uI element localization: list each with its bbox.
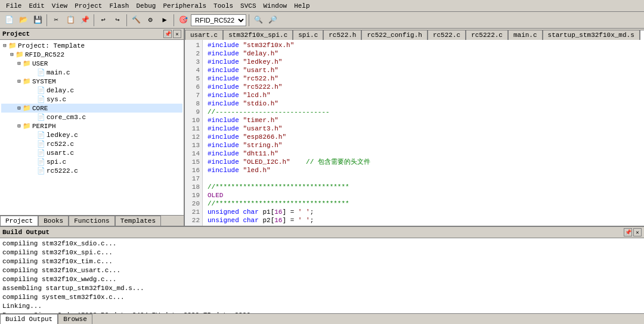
build-tab-browse[interactable]: Browse: [58, 314, 92, 324]
toolbar-sep5: [249, 14, 249, 26]
menu-flash[interactable]: Flash: [106, 1, 132, 11]
work-area: Project 📌 ✕ ⊟ 📁 Project: Template ⊟ 📁: [0, 29, 644, 226]
toolbar-paste[interactable]: 📌: [78, 14, 91, 27]
tree-user-folder[interactable]: ⊟ 📁 USER: [1, 59, 182, 68]
tree-rc522-c[interactable]: 📄 rc522.c: [1, 139, 182, 148]
tree-rc5222-c[interactable]: 📄 rc5222.c: [1, 166, 182, 175]
tree-spi-c[interactable]: 📄 spi.c: [1, 157, 182, 166]
toolbar-rebuild[interactable]: ⚙: [144, 14, 157, 27]
panel-pin-btn[interactable]: 📌: [163, 30, 172, 38]
main-container: Project 📌 ✕ ⊟ 📁 Project: Template ⊟ 📁: [0, 29, 644, 324]
menu-project[interactable]: Project: [71, 1, 106, 11]
file-tab-stm32f10x-spi-c[interactable]: stm32f10x_spi.c: [223, 30, 293, 40]
tree-label: Project: Template: [18, 42, 85, 49]
tab-books[interactable]: Books: [38, 216, 69, 226]
tree-project-root[interactable]: ⊟ 📁 Project: Template: [1, 41, 182, 50]
file-tab-rc522-c[interactable]: rc522.c: [428, 30, 466, 40]
file-tab-startup[interactable]: startup_stm32f10x_md.s: [543, 30, 640, 40]
tab-label: rc522.c: [433, 32, 460, 39]
build-line-3: compiling stm32f10x_tim.c...: [2, 257, 642, 266]
toolbar-redo[interactable]: ↪: [111, 14, 124, 27]
build-tabs: Build Output Browse: [0, 313, 644, 324]
toolbar-target-options[interactable]: 🎯: [177, 14, 190, 27]
tab-label: spi.c: [298, 32, 318, 39]
menu-edit[interactable]: Edit: [25, 1, 48, 11]
expand-icon[interactable]: ⊟: [16, 60, 23, 67]
build-output-label: Build Output: [2, 229, 49, 236]
menu-help[interactable]: Help: [290, 1, 313, 11]
tree-main-c[interactable]: 📄 main.c: [1, 68, 182, 77]
file-tab-codetab-h[interactable]: codetab.h ✕: [640, 30, 644, 40]
tree-periph-folder[interactable]: ⊟ 📁 PERIPH: [1, 122, 182, 130]
build-line-2: compiling stm32f10x_spi.c...: [2, 248, 642, 257]
build-panel-buttons: 📌 ✕: [624, 228, 642, 236]
tree-label: delay.c: [47, 87, 74, 94]
file-tab-main-c[interactable]: main.c: [508, 30, 543, 40]
expand-icon[interactable]: ⊟: [16, 105, 23, 111]
menu-file[interactable]: File: [2, 1, 25, 11]
file-icon: 📄: [37, 95, 45, 103]
menu-peripherals[interactable]: Peripherals: [159, 1, 210, 11]
folder-icon: 📁: [16, 51, 24, 58]
tab-templates[interactable]: Templates: [115, 216, 161, 226]
tree-sys-c[interactable]: 📄 sys.c: [1, 95, 182, 104]
tree-ledkey-c[interactable]: 📄 ledkey.c: [1, 130, 182, 139]
toolbar-sep1: [47, 14, 47, 26]
left-panel: Project 📌 ✕ ⊟ 📁 Project: Template ⊟ 📁: [0, 29, 185, 226]
code-editor[interactable]: 12345 678910 1112131415 1617181920 21222…: [185, 40, 644, 226]
file-tab-usart-c[interactable]: usart.c: [185, 30, 223, 40]
tree-core-cm3-c[interactable]: 📄 core_cm3.c: [1, 113, 182, 122]
expand-icon[interactable]: ⊟: [8, 51, 16, 58]
build-pin-btn[interactable]: 📌: [624, 228, 632, 236]
tree-core-folder[interactable]: ⊟ 📁 CORE: [1, 104, 182, 113]
menu-view[interactable]: View: [48, 1, 71, 11]
menu-debug[interactable]: Debug: [132, 1, 159, 11]
panel-title-buttons: 📌 ✕: [163, 30, 181, 38]
toolbar-open[interactable]: 📂: [17, 14, 30, 27]
file-tab-rc522-h[interactable]: rc522.h: [323, 30, 361, 40]
build-tab-output[interactable]: Build Output: [0, 314, 58, 324]
toolbar-project-select[interactable]: RFID_RC522: [191, 14, 246, 26]
build-close-btn[interactable]: ✕: [633, 228, 642, 236]
tree-rfid-rc522[interactable]: ⊟ 📁 RFID_RC522: [1, 50, 182, 59]
expand-icon[interactable]: ⊟: [16, 78, 23, 85]
file-icon: 📄: [37, 131, 45, 139]
file-tab-rc5222-c[interactable]: rc5222.c: [466, 30, 508, 40]
tree-system-folder[interactable]: ⊟ 📁 SYSTEM: [1, 77, 182, 86]
tree-delay-c[interactable]: 📄 delay.c: [1, 86, 182, 95]
toolbar-cut[interactable]: ✂: [49, 14, 63, 27]
menu-svcs[interactable]: SVCS: [237, 1, 259, 11]
build-output-title: Build Output 📌 ✕: [0, 227, 644, 238]
toolbar-build[interactable]: 🔨: [129, 14, 143, 27]
file-tab-spi-c[interactable]: spi.c: [293, 30, 323, 40]
menu-window[interactable]: Window: [260, 1, 291, 11]
panel-close-btn[interactable]: ✕: [173, 30, 181, 38]
tab-project[interactable]: Project: [0, 216, 38, 226]
toolbar-debug[interactable]: ▶: [158, 14, 171, 27]
tree-usart-c[interactable]: 📄 usart.c: [1, 148, 182, 157]
toolbar-search[interactable]: 🔍: [252, 14, 265, 27]
expand-icon[interactable]: ⊟: [1, 42, 8, 49]
toolbar-undo[interactable]: ↩: [97, 14, 110, 27]
folder-icon: 📁: [23, 104, 31, 112]
project-tree[interactable]: ⊟ 📁 Project: Template ⊟ 📁 RFID_RC522 ⊟ 📁…: [0, 40, 184, 215]
toolbar-new[interactable]: 📄: [2, 14, 16, 27]
toolbar-find[interactable]: 🔎: [266, 14, 279, 27]
tree-label: CORE: [32, 105, 48, 112]
expand-icon[interactable]: ⊟: [16, 123, 23, 129]
toolbar-save[interactable]: 💾: [31, 14, 44, 27]
tab-functions[interactable]: Functions: [69, 216, 114, 226]
folder-icon: 📁: [23, 122, 31, 130]
build-line-7: compiling system_stm32f10x.c...: [2, 293, 642, 302]
tree-label: spi.c: [47, 158, 66, 166]
build-output-content[interactable]: compiling stm32f10x_sdio.c... compiling …: [0, 238, 644, 313]
code-content[interactable]: #include "stm32f10x.h" #include "delay.h…: [203, 40, 644, 226]
toolbar-copy[interactable]: 📋: [64, 14, 77, 27]
build-line-8: Linking...: [2, 302, 642, 311]
file-tab-rc522-config-h[interactable]: rc522_config.h: [361, 30, 427, 40]
tree-label: core_cm3.c: [47, 114, 86, 121]
build-line-1: compiling stm32f10x_sdio.c...: [2, 239, 642, 248]
menu-tools[interactable]: Tools: [210, 1, 237, 11]
tab-label: startup_stm32f10x_md.s: [548, 32, 634, 39]
tree-label: main.c: [47, 69, 70, 76]
